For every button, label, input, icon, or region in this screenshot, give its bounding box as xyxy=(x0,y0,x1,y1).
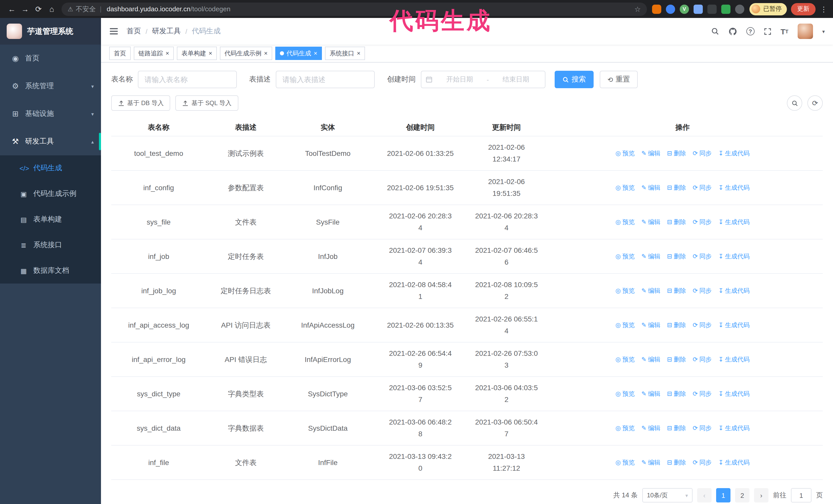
toggle-search-button[interactable] xyxy=(787,95,802,111)
hamburger-icon[interactable] xyxy=(109,27,118,36)
app-logo-row[interactable]: 芋道管理系统 xyxy=(0,18,101,45)
url-text[interactable]: dashboard.yudao.iocoder.cn/tool/codegen xyxy=(106,5,634,13)
action-edit[interactable]: ✎编辑 xyxy=(641,388,660,400)
home-icon[interactable]: ⌂ xyxy=(45,2,58,16)
back-icon[interactable]: ← xyxy=(5,2,19,16)
action-delete[interactable]: ⊟删除 xyxy=(667,250,686,262)
action-sync[interactable]: ⟳同步 xyxy=(693,457,712,469)
chrome-menu-icon[interactable]: ⋮ xyxy=(820,5,828,13)
action-preview[interactable]: ◎预览 xyxy=(615,147,635,159)
page-size-select[interactable]: 10条/页 ▾ xyxy=(642,488,693,502)
action-edit[interactable]: ✎编辑 xyxy=(641,422,660,434)
action-generate[interactable]: ↧生成代码 xyxy=(718,319,750,331)
action-edit[interactable]: ✎编辑 xyxy=(641,319,660,331)
extension-blue-icon[interactable] xyxy=(666,4,675,14)
extension-people-icon[interactable] xyxy=(694,4,703,14)
action-preview[interactable]: ◎预览 xyxy=(615,422,635,434)
action-preview[interactable]: ◎预览 xyxy=(615,250,635,262)
action-preview[interactable]: ◎预览 xyxy=(615,216,635,228)
action-edit[interactable]: ✎编辑 xyxy=(641,250,660,262)
tab-codegen[interactable]: 代码生成 × xyxy=(275,47,322,60)
user-avatar[interactable] xyxy=(798,24,813,39)
tab-api[interactable]: 系统接口 × xyxy=(325,47,365,60)
action-edit[interactable]: ✎编辑 xyxy=(641,216,660,228)
forward-icon[interactable]: → xyxy=(19,2,32,16)
sidebar-item-form-builder[interactable]: ▤ 表单构建 xyxy=(0,207,101,232)
import-sql-button[interactable]: 基于 SQL 导入 xyxy=(175,95,238,111)
sidebar-item-db-doc[interactable]: ▦ 数据库文档 xyxy=(0,258,101,284)
page-button-1[interactable]: 1 xyxy=(716,488,731,502)
action-edit[interactable]: ✎编辑 xyxy=(641,182,660,194)
action-sync[interactable]: ⟳同步 xyxy=(693,216,712,228)
action-delete[interactable]: ⊟删除 xyxy=(667,182,686,194)
action-preview[interactable]: ◎预览 xyxy=(615,285,635,296)
prev-page-button[interactable]: ‹ xyxy=(697,488,712,502)
action-edit[interactable]: ✎编辑 xyxy=(641,457,660,469)
action-delete[interactable]: ⊟删除 xyxy=(667,285,686,296)
action-preview[interactable]: ◎预览 xyxy=(615,182,635,194)
action-delete[interactable]: ⊟删除 xyxy=(667,147,686,159)
action-delete[interactable]: ⊟删除 xyxy=(667,216,686,228)
close-icon[interactable]: × xyxy=(314,50,317,56)
import-db-button[interactable]: 基于 DB 导入 xyxy=(111,95,170,111)
action-generate[interactable]: ↧生成代码 xyxy=(718,422,750,434)
action-preview[interactable]: ◎预览 xyxy=(615,319,635,331)
action-edit[interactable]: ✎编辑 xyxy=(641,147,660,159)
close-icon[interactable]: × xyxy=(357,50,360,56)
next-page-button[interactable]: › xyxy=(754,488,768,502)
extension-leaf-icon[interactable] xyxy=(721,4,731,14)
avatar-caret-icon[interactable]: ▾ xyxy=(822,28,825,34)
action-generate[interactable]: ↧生成代码 xyxy=(718,147,750,159)
help-icon[interactable]: ? xyxy=(746,27,754,35)
fullscreen-icon[interactable] xyxy=(764,27,771,35)
action-preview[interactable]: ◎预览 xyxy=(615,354,635,365)
table-name-input[interactable] xyxy=(138,71,237,88)
action-delete[interactable]: ⊟删除 xyxy=(667,354,686,365)
action-delete[interactable]: ⊟删除 xyxy=(667,422,686,434)
action-generate[interactable]: ↧生成代码 xyxy=(718,354,750,365)
sidebar-item-system[interactable]: ⚙ 系统管理 ▾ xyxy=(0,72,101,100)
sidebar-item-api[interactable]: ≣ 系统接口 xyxy=(0,232,101,258)
sidebar-item-home[interactable]: ◉ 首页 xyxy=(0,45,101,72)
action-generate[interactable]: ↧生成代码 xyxy=(718,457,750,469)
action-preview[interactable]: ◎预览 xyxy=(615,457,635,469)
page-button-2[interactable]: 2 xyxy=(735,488,749,502)
action-generate[interactable]: ↧生成代码 xyxy=(718,182,750,194)
table-desc-input[interactable] xyxy=(276,71,375,88)
search-button[interactable]: 搜索 xyxy=(555,71,594,88)
action-sync[interactable]: ⟳同步 xyxy=(693,182,712,194)
extension-green-v-icon[interactable]: V xyxy=(680,4,689,14)
action-generate[interactable]: ↧生成代码 xyxy=(718,388,750,400)
extension-orange-icon[interactable] xyxy=(652,4,661,14)
date-range-picker[interactable]: 开始日期 - 结束日期 xyxy=(421,71,545,88)
action-edit[interactable]: ✎编辑 xyxy=(641,354,660,365)
action-preview[interactable]: ◎预览 xyxy=(615,388,635,400)
action-sync[interactable]: ⟳同步 xyxy=(693,285,712,296)
goto-page-input[interactable] xyxy=(791,488,811,502)
tab-home[interactable]: 首页 xyxy=(109,47,131,60)
sidebar-item-infra[interactable]: ⊞ 基础设施 ▾ xyxy=(0,100,101,128)
search-icon[interactable] xyxy=(711,27,719,35)
action-delete[interactable]: ⊟删除 xyxy=(667,388,686,400)
chrome-update-button[interactable]: 更新 xyxy=(791,3,815,15)
action-generate[interactable]: ↧生成代码 xyxy=(718,250,750,262)
action-delete[interactable]: ⊟删除 xyxy=(667,319,686,331)
close-icon[interactable]: × xyxy=(209,50,212,56)
security-label[interactable]: 不安全 xyxy=(76,4,96,14)
action-sync[interactable]: ⟳同步 xyxy=(693,147,712,159)
tab-codegen-example[interactable]: 代码生成示例 × xyxy=(220,47,272,60)
sidebar-item-codegen[interactable]: </> 代码生成 xyxy=(0,155,101,181)
refresh-table-button[interactable]: ⟳ xyxy=(807,95,823,111)
address-bar[interactable]: ⚠ 不安全 | dashboard.yudao.iocoder.cn/tool/… xyxy=(62,2,647,16)
action-generate[interactable]: ↧生成代码 xyxy=(718,285,750,296)
breadcrumb-home[interactable]: 首页 xyxy=(127,27,141,36)
action-generate[interactable]: ↧生成代码 xyxy=(718,216,750,228)
close-icon[interactable]: × xyxy=(264,50,268,56)
action-sync[interactable]: ⟳同步 xyxy=(693,354,712,365)
github-icon[interactable] xyxy=(728,27,737,35)
breadcrumb-devtools[interactable]: 研发工具 xyxy=(152,27,181,36)
reset-button[interactable]: ⟲ 重置 xyxy=(600,71,638,88)
sidebar-item-devtools[interactable]: ⚒ 研发工具 ▴ xyxy=(0,128,101,155)
action-sync[interactable]: ⟳同步 xyxy=(693,388,712,400)
action-edit[interactable]: ✎编辑 xyxy=(641,285,660,296)
